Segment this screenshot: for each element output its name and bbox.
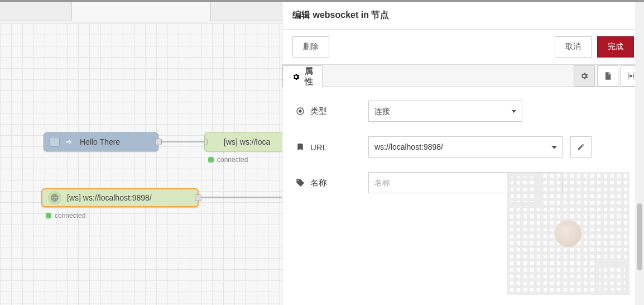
wsout-node-label: [ws] ws://loca bbox=[224, 137, 270, 146]
gear-icon bbox=[580, 72, 589, 80]
inject-button[interactable] bbox=[50, 137, 60, 147]
panel-scrollbar-track[interactable] bbox=[635, 2, 644, 305]
type-select[interactable]: 连接 bbox=[368, 101, 522, 122]
flow-canvas[interactable]: Hello There [ws] ws://loca connected [ws… bbox=[0, 23, 282, 305]
wire[interactable] bbox=[158, 141, 206, 142]
panel-tabs: 属性 bbox=[282, 65, 644, 87]
form-row-url: URL ws://localhost:9898/ bbox=[296, 136, 631, 158]
description-icon-button[interactable] bbox=[597, 65, 618, 87]
node-port-in[interactable] bbox=[204, 139, 208, 145]
panel-actions: 删除 取消 完成 bbox=[282, 30, 644, 65]
edit-panel: 编辑 websocket in 节点 删除 取消 完成 属性 类型 连 bbox=[282, 0, 644, 305]
document-icon bbox=[603, 72, 612, 80]
bookmark-icon bbox=[296, 142, 305, 151]
delete-button[interactable]: 删除 bbox=[292, 36, 329, 58]
url-select[interactable]: ws://localhost:9898/ bbox=[368, 136, 563, 158]
qr-avatar-icon bbox=[555, 220, 581, 247]
name-label-text: 名称 bbox=[310, 178, 327, 188]
type-label-text: 类型 bbox=[310, 106, 327, 117]
done-button[interactable]: 完成 bbox=[597, 36, 634, 58]
wsout-status: connected bbox=[208, 156, 248, 164]
qr-code-overlay bbox=[507, 172, 629, 295]
url-label: URL bbox=[296, 142, 361, 152]
form-row-type: 类型 连接 bbox=[296, 101, 631, 122]
wsin-node-label: [ws] ws://localhost:9898/ bbox=[67, 193, 152, 202]
panel-title: 编辑 websocket in 节点 bbox=[282, 2, 644, 30]
inject-node[interactable]: Hello There bbox=[44, 132, 158, 151]
flow-tabs-bar bbox=[0, 2, 282, 21]
tab-properties-label: 属性 bbox=[305, 66, 313, 87]
type-label: 类型 bbox=[296, 106, 361, 117]
name-label: 名称 bbox=[296, 178, 361, 188]
node-port-out[interactable] bbox=[155, 139, 162, 145]
tab-properties[interactable]: 属性 bbox=[282, 65, 323, 87]
status-dot-icon bbox=[46, 213, 51, 218]
cancel-button[interactable]: 取消 bbox=[555, 36, 592, 58]
frame-icon bbox=[627, 72, 636, 80]
inject-node-label: Hello There bbox=[80, 137, 120, 146]
wsin-status: connected bbox=[46, 212, 85, 220]
target-icon bbox=[296, 107, 305, 116]
settings-icon-button[interactable] bbox=[574, 65, 595, 87]
websocket-in-node[interactable]: [ws] ws://localhost:9898/ bbox=[41, 188, 199, 207]
inject-arrow-icon bbox=[64, 137, 74, 147]
url-label-text: URL bbox=[310, 142, 327, 152]
node-port-out[interactable] bbox=[195, 194, 201, 201]
wsin-status-text: connected bbox=[55, 212, 85, 220]
pencil-icon bbox=[577, 143, 585, 151]
flow-canvas-area: Hello There [ws] ws://loca connected [ws… bbox=[0, 0, 282, 305]
globe-icon bbox=[48, 191, 61, 204]
wire[interactable] bbox=[199, 197, 294, 198]
tag-icon bbox=[296, 178, 305, 187]
wsout-status-text: connected bbox=[217, 156, 248, 164]
gear-icon bbox=[292, 73, 300, 81]
url-edit-button[interactable] bbox=[570, 136, 592, 158]
panel-scrollbar-thumb[interactable] bbox=[637, 203, 642, 270]
status-dot-icon bbox=[208, 157, 214, 163]
flow-tab[interactable] bbox=[71, 2, 211, 21]
